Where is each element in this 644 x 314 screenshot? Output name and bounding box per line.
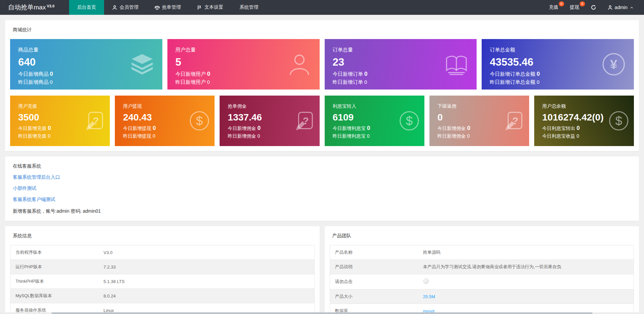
stat-today-label: 今日新增商品 [18, 71, 49, 77]
stat-today-label: 今日新增用户 [175, 71, 206, 77]
service-admin-link[interactable]: 客服系统管理后台入口 [13, 174, 60, 180]
layers-icon [130, 52, 154, 76]
stat-today-label: 今日利息宝转出 [542, 126, 575, 131]
stat-title: 用户充值 [18, 103, 102, 109]
row-label: 请勿点击 [330, 274, 418, 289]
row-value: 7.2.33 [98, 260, 314, 274]
tab-system[interactable]: 系统管理 [231, 0, 266, 15]
stat-yesterday-value: 0 [257, 133, 260, 139]
withdraw-button[interactable]: 提现 0 [564, 0, 585, 15]
navbar-right: 充值 0 提现 0 admin [543, 0, 644, 15]
stat-today-value: 0 [257, 125, 260, 131]
row-label: 当前程序版本 [10, 245, 99, 260]
withdraw-badge: 0 [580, 1, 585, 6]
row-label: 运行PHP版本 [10, 260, 99, 274]
brand-logo: 自动抢单max V3.0 [0, 0, 69, 15]
tab-dashboard[interactable]: 后台首页 [69, 0, 104, 15]
table-row: 产品名称 抢单源码 [330, 245, 634, 260]
user-icon [608, 5, 613, 10]
product-team-title: 产品团队 [330, 231, 634, 239]
tab-dashboard-label: 后台首页 [77, 4, 96, 10]
refresh-icon [591, 5, 596, 10]
username-label: admin [615, 5, 627, 10]
stat-title: 抢单佣金 [228, 103, 311, 109]
table-row: MySQL数据库版本 8.0.24 [10, 289, 315, 303]
stat-yesterday-value: 0 [364, 79, 367, 85]
stat-today-value: 0 [577, 125, 580, 131]
widget-test-link[interactable]: 小部件测试 [13, 185, 36, 191]
table-row: 当前程序版本 V3.0 [10, 245, 315, 260]
tab-text-settings-label: 文本设置 [204, 4, 223, 10]
svg-text:$: $ [615, 114, 622, 128]
stat-today-value: 0 [48, 125, 51, 131]
row-value: 本产品只为学习测试交流,请勿要做商业或者用于违法行为,一切后果自负 [418, 260, 634, 274]
stat-yesterday-line: 今日利息宝收益0 [542, 133, 626, 139]
refresh-button[interactable] [585, 0, 602, 15]
recharge-button[interactable]: 充值 0 [543, 0, 564, 15]
tab-members[interactable]: 会员管理 [104, 0, 147, 15]
person-icon [287, 52, 312, 76]
stat-today-label: 今日新增佣金 [438, 126, 466, 131]
system-info-panel: 系统信息 当前程序版本 V3.0 运行PHP版本 7.2.33 ThinkPHP… [5, 226, 320, 314]
stat-yesterday-value: 0 [48, 133, 51, 139]
table-row: 运行PHP版本 7.2.33 [10, 260, 315, 274]
recharge-badge: 0 [559, 1, 564, 6]
service-account-note: 新增客服系统，账号:admin 密码: admin01 [13, 208, 634, 214]
tab-text-settings[interactable]: 文本设置 [189, 0, 231, 15]
stat-yesterday-label: 昨日新增佣金 [228, 133, 256, 139]
stat-yesterday-label: 昨日新增订单总金额 [490, 79, 535, 85]
stats-row-1: 商品总量 640 今日新增商品0 昨日新增商品0 用户总量 5 今日新增用户0 … [10, 39, 634, 90]
emoji-icon[interactable] [423, 278, 429, 284]
stat-today-label: 今日新增佣金 [228, 126, 256, 131]
stat-yesterday-label: 昨日新增提现 [123, 133, 151, 139]
row-value: V3.0 [98, 245, 314, 260]
stat-today-value: 0 [537, 71, 540, 77]
row-value: 5.1.38 LTS [98, 274, 314, 289]
user-icon [112, 5, 117, 10]
order-question-icon: ? [504, 110, 524, 131]
order-question-icon: ? [84, 110, 105, 131]
stat-title: 利息宝转入 [333, 103, 416, 109]
tab-system-label: 系统管理 [239, 4, 258, 10]
product-size-link[interactable]: 25.5M [423, 294, 435, 299]
row-value: 抢单源码 [418, 245, 634, 260]
row-label: 产品说明 [330, 260, 418, 274]
stat-title: 用户总余额 [542, 103, 626, 109]
horizontal-scrollbar-thumb[interactable] [52, 312, 592, 314]
mall-stats-panel: 商城统计 商品总量 640 今日新增商品0 昨日新增商品0 用户总量 5 今日新… [5, 20, 639, 151]
table-row: 请勿点击 [330, 274, 634, 289]
stat-today-label: 今日新增提现 [123, 126, 151, 131]
online-service-panel: 在线客服系统 客服系统管理后台入口 小部件测试 客服系统客户端测试 新增客服系统… [5, 156, 639, 221]
brand-version: V3.0 [47, 4, 55, 8]
stat-card-users: 用户总量 5 今日新增用户0 昨日新增用户0 [167, 39, 320, 90]
stat-today-label: 今日新增订单总金额 [490, 71, 535, 77]
scales-icon [155, 5, 160, 10]
tab-members-label: 会员管理 [120, 4, 138, 10]
stat-today-value: 0 [467, 125, 470, 131]
chevron-up-icon [630, 6, 634, 9]
stat-yesterday-value: 0 [467, 133, 470, 139]
stat-today-value: 0 [50, 71, 53, 77]
stat-title: 下级返佣 [438, 103, 521, 109]
row-value: 25.5M [418, 289, 634, 304]
row-value [418, 274, 634, 289]
brand-name: 自动抢单max [8, 3, 46, 12]
stat-card-user-recharge: 用户充值 3500 今日新增充值0 昨日新增充值0 ? [10, 96, 110, 146]
row-label: ThinkPHP版本 [10, 274, 99, 289]
stat-title: 用户提现 [123, 103, 206, 109]
svg-text:$: $ [406, 114, 412, 128]
table-row: 产品说明 本产品只为学习测试交流,请勿要做商业或者用于违法行为,一切后果自负 [330, 260, 634, 274]
stat-yesterday-label: 今日利息宝收益 [542, 133, 575, 139]
stat-yesterday-line: 昨日新增用户0 [175, 79, 312, 85]
tab-orders[interactable]: 抢单管理 [147, 0, 189, 15]
user-menu[interactable]: admin [602, 0, 639, 15]
stat-yesterday-label: 昨日新增订单 [333, 79, 363, 85]
svg-text:$: $ [196, 114, 203, 128]
stat-today-value: 0 [153, 125, 156, 131]
stat-yesterday-value: 0 [537, 79, 539, 85]
stat-today-value: 0 [207, 71, 210, 77]
product-team-panel: 产品团队 产品名称 抢单源码 产品说明 本产品只为学习测试交流,请勿要做商业或者… [325, 226, 639, 314]
service-client-test-link[interactable]: 客服系统客户端测试 [13, 197, 55, 203]
tab-orders-label: 抢单管理 [162, 4, 181, 10]
stat-today-label: 今日新增利息宝 [333, 126, 366, 131]
